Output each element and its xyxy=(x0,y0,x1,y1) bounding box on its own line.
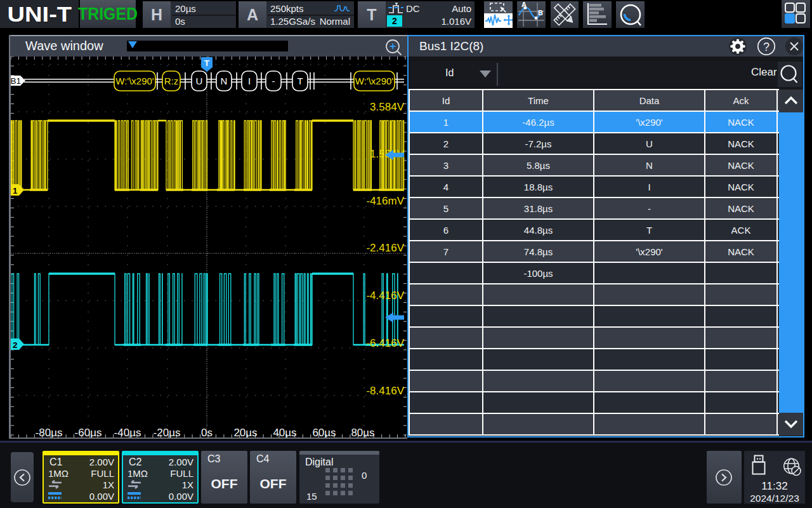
svg-text:40µs: 40µs xyxy=(273,427,296,438)
svg-text:-416mV: -416mV xyxy=(366,195,404,207)
svg-text:A: A xyxy=(521,1,527,8)
svg-text:R:z: R:z xyxy=(164,76,179,86)
svg-text:?: ? xyxy=(763,41,769,53)
svg-text:-80µs: -80µs xyxy=(36,427,63,438)
svg-text:B1: B1 xyxy=(11,76,21,86)
svg-text:3.584V: 3.584V xyxy=(370,101,405,113)
svg-text:W:'\x290': W:'\x290' xyxy=(355,76,394,86)
svg-text:-2.416V: -2.416V xyxy=(366,242,404,254)
svg-text:B: B xyxy=(538,9,543,17)
svg-text:N: N xyxy=(221,76,228,86)
svg-text:T: T xyxy=(297,76,303,86)
svg-text:W:'\x290': W:'\x290' xyxy=(115,76,154,86)
svg-text:-40µs: -40µs xyxy=(114,427,141,438)
svg-text:0s: 0s xyxy=(201,427,213,438)
svg-text:I: I xyxy=(248,76,251,86)
svg-text:20µs: 20µs xyxy=(233,427,257,438)
svg-text:2: 2 xyxy=(13,340,18,350)
svg-text:T: T xyxy=(204,58,209,68)
svg-text:80µs: 80µs xyxy=(351,427,374,438)
svg-text:-60µs: -60µs xyxy=(75,427,102,438)
svg-text:-4.416V: -4.416V xyxy=(366,290,404,302)
svg-text:-6.416V: -6.416V xyxy=(366,337,404,349)
svg-text:U: U xyxy=(196,76,203,86)
svg-text:-20µs: -20µs xyxy=(154,427,181,438)
svg-text:60µs: 60µs xyxy=(312,427,336,438)
svg-text:-: - xyxy=(272,76,275,86)
svg-text:1: 1 xyxy=(13,186,18,196)
svg-text:-8.416V: -8.416V xyxy=(366,385,404,397)
